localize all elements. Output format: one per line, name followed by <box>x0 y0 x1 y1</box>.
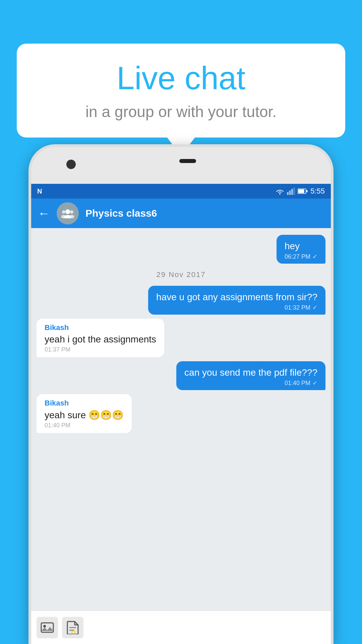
chat-area: hey 06:27 PM ✓ 29 Nov 2017 have u got an… <box>31 228 331 610</box>
svg-rect-3 <box>294 187 295 195</box>
wifi-icon <box>276 187 284 195</box>
file-icon <box>67 621 79 634</box>
sender-name: Bikash <box>45 323 156 332</box>
message-time: 01:37 PM <box>45 346 156 353</box>
message-time: 01:32 PM <box>285 304 310 311</box>
svg-point-11 <box>70 210 73 214</box>
app-bar: ← Physics class6 <box>31 199 331 228</box>
message-text: yeah i got the assignments <box>45 334 156 345</box>
svg-point-7 <box>65 209 70 214</box>
message-sent-1: hey 06:27 PM ✓ <box>277 235 325 264</box>
message-received-2: Bikash yeah sure 😁😁😁 01:40 PM <box>37 394 132 433</box>
svg-rect-2 <box>291 189 293 195</box>
message-meta: 06:27 PM ✓ <box>285 253 317 260</box>
group-avatar <box>57 202 79 224</box>
status-time: 5:55 <box>310 187 325 196</box>
message-received-1: Bikash yeah i got the assignments 01:37 … <box>37 319 164 357</box>
battery-icon <box>298 188 308 194</box>
message-time: 01:40 PM <box>45 422 124 429</box>
background: Live chat in a group or with your tutor.… <box>0 0 362 644</box>
group-icon <box>61 208 74 218</box>
attach-image-button[interactable] <box>37 617 58 638</box>
network-indicator-icon: N <box>37 187 42 195</box>
live-chat-title: Live chat <box>37 60 325 96</box>
svg-point-9 <box>62 210 65 214</box>
status-left: N <box>37 187 42 195</box>
read-check-icon: ✓ <box>312 379 317 387</box>
message-meta: 01:40 PM ✓ <box>184 379 317 387</box>
status-right: 5:55 <box>276 187 325 196</box>
message-time: 01:40 PM <box>285 380 310 387</box>
svg-rect-5 <box>298 190 304 193</box>
attach-file-button[interactable] <box>62 617 83 638</box>
chat-title: Physics class6 <box>85 208 324 219</box>
svg-rect-0 <box>287 192 289 195</box>
svg-point-14 <box>43 625 46 628</box>
message-text: have u got any assignments from sir?? <box>156 292 317 303</box>
phone-screen: N <box>31 184 331 644</box>
message-time: 06:27 PM <box>285 253 310 260</box>
message-meta: 01:32 PM ✓ <box>156 304 317 311</box>
message-sent-3: can you send me the pdf file??? 01:40 PM… <box>176 361 325 390</box>
ear-speaker <box>179 159 196 163</box>
date-divider: 29 Nov 2017 <box>37 270 325 279</box>
back-button[interactable]: ← <box>38 206 50 220</box>
message-sent-2: have u got any assignments from sir?? 01… <box>148 286 325 315</box>
front-camera <box>66 160 76 169</box>
status-bar: N <box>31 184 331 199</box>
svg-rect-6 <box>306 190 308 192</box>
sender-name: Bikash <box>45 399 124 408</box>
svg-rect-1 <box>289 191 291 195</box>
message-text: hey <box>285 241 317 252</box>
message-text: yeah sure 😁😁😁 <box>45 410 124 421</box>
read-check-icon: ✓ <box>312 304 317 311</box>
message-text: can you send me the pdf file??? <box>184 367 317 378</box>
image-icon <box>41 622 54 634</box>
bottom-bar <box>31 610 331 644</box>
read-check-icon: ✓ <box>312 253 317 260</box>
speech-bubble: Live chat in a group or with your tutor. <box>17 44 345 138</box>
phone-frame: N <box>28 144 334 644</box>
live-chat-subtitle: in a group or with your tutor. <box>37 103 325 121</box>
phone-top-hardware <box>31 147 331 184</box>
signal-icon <box>287 187 295 195</box>
